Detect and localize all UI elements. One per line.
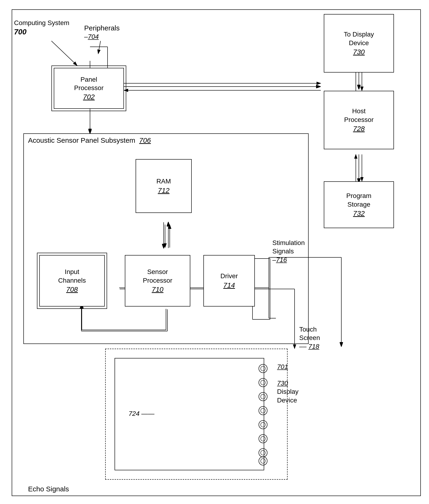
sensor-processor-box: SensorProcessor 710 bbox=[125, 255, 190, 306]
sensor-processor-label: SensorProcessor bbox=[143, 268, 172, 285]
host-processor-num: 728 bbox=[353, 124, 365, 133]
subsystem-label: Acoustic Sensor Panel Subsystem 706 bbox=[28, 136, 151, 145]
driver-label: Driver bbox=[220, 272, 238, 280]
label-701: 701 bbox=[277, 363, 288, 371]
panel-processor-label: PanelProcessor bbox=[74, 75, 104, 92]
stimulation-signals-label: Stimulation Signals –716 bbox=[272, 239, 305, 264]
input-channels-box: InputChannels 708 bbox=[39, 255, 105, 306]
label-724: 724 —— bbox=[129, 409, 155, 418]
host-processor-label: HostProcessor bbox=[344, 107, 374, 124]
svg-line-25 bbox=[98, 41, 101, 54]
ram-label: RAM bbox=[156, 177, 171, 186]
program-storage-box: ProgramStorage 732 bbox=[324, 181, 394, 228]
driver-box: Driver 714 bbox=[203, 255, 255, 306]
touch-screen-label: Touch Screen –– 718 bbox=[299, 325, 320, 351]
to-display-box: To DisplayDevice 730 bbox=[324, 14, 394, 72]
ram-num: 712 bbox=[158, 186, 169, 195]
ram-box: RAM 712 bbox=[136, 159, 192, 213]
panel-processor-box: PanelProcessor 702 bbox=[54, 68, 124, 109]
input-channels-label: InputChannels bbox=[58, 268, 86, 285]
peripherals-label: Peripherals –704 bbox=[84, 23, 120, 41]
to-display-label: To DisplayDevice bbox=[344, 30, 374, 47]
display-device-label: 730DisplayDevice bbox=[277, 379, 298, 405]
program-storage-label: ProgramStorage bbox=[346, 192, 371, 209]
driver-num: 714 bbox=[223, 280, 235, 290]
svg-line-22 bbox=[52, 41, 77, 65]
computing-system-num: 700 bbox=[14, 27, 70, 37]
echo-signals-label: Echo Signals bbox=[28, 484, 69, 494]
computing-system-label: Computing System 700 bbox=[14, 19, 70, 37]
panel-processor-num: 702 bbox=[83, 92, 95, 101]
program-storage-num: 732 bbox=[353, 209, 365, 218]
host-processor-box: HostProcessor 728 bbox=[324, 91, 394, 149]
sensor-processor-num: 710 bbox=[152, 285, 163, 294]
input-channels-num: 708 bbox=[66, 285, 78, 294]
to-display-num: 730 bbox=[353, 47, 365, 56]
